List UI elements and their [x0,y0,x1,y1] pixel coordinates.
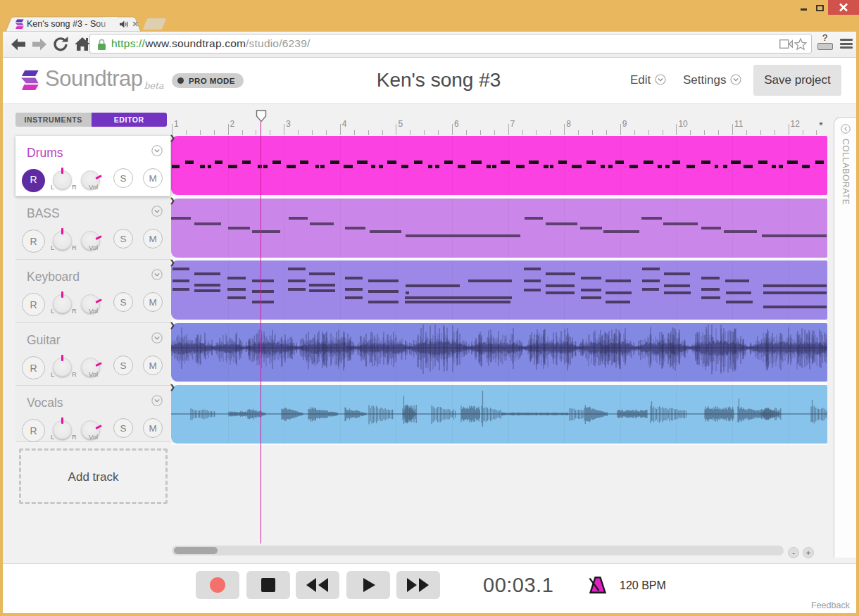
midi-note[interactable] [405,296,512,299]
midi-note[interactable] [379,165,383,168]
midi-note[interactable] [723,165,727,168]
region-handle-icon[interactable]: ❯ [170,259,175,266]
midi-note[interactable] [550,165,554,168]
track-options-chevron-icon[interactable] [151,145,163,156]
midi-note[interactable] [664,291,691,294]
midi-note[interactable] [580,227,602,230]
midi-note[interactable] [524,279,541,282]
settings-menu[interactable]: Settings [683,73,741,87]
midi-note[interactable] [516,165,525,168]
midi-note[interactable] [315,165,320,168]
midi-note[interactable] [629,165,637,168]
midi-note[interactable] [272,161,281,164]
browser-tab[interactable]: Ken's song #3 - Sou ✕ [6,16,142,32]
midi-note[interactable] [287,165,296,168]
midi-note[interactable] [726,291,751,294]
rewind-button[interactable] [296,571,339,599]
midi-note[interactable] [310,222,334,225]
midi-note[interactable] [642,279,660,282]
record-arm-button[interactable]: R [22,169,45,192]
song-title[interactable]: Ken's song #3 [268,69,610,92]
midi-note[interactable] [406,284,460,287]
midi-note[interactable] [701,277,720,279]
add-track-button[interactable]: Add track [19,448,168,504]
midi-note[interactable] [581,296,601,299]
midi-note[interactable] [173,268,189,270]
track-header-keyboard[interactable]: KeyboardRLRVolSM [15,260,170,323]
track-header-vocals[interactable]: VocalsRLRVolSM [15,386,170,442]
midi-note[interactable] [309,284,335,287]
midi-note[interactable] [263,165,268,168]
midi-note[interactable] [762,234,827,237]
record-arm-button[interactable]: R [22,356,45,379]
midi-note[interactable] [603,230,639,233]
midi-note[interactable] [802,165,810,168]
track-header-drums[interactable]: DrumsRLRVolSM [15,136,170,196]
track-options-chevron-icon[interactable] [151,395,163,406]
midi-note[interactable] [368,290,399,293]
midi-note[interactable] [345,296,363,299]
midi-note[interactable] [763,284,827,287]
midi-note[interactable] [581,289,601,291]
midi-note[interactable] [487,165,491,168]
midi-note[interactable] [345,288,363,291]
midi-note[interactable] [414,161,423,164]
midi-note[interactable] [525,217,543,220]
solo-button[interactable]: S [113,356,133,375]
midi-note[interactable] [606,279,631,282]
browser-titlebar[interactable]: Ken's song #3 - Sou ✕ [0,0,859,32]
midi-note[interactable] [371,165,375,168]
midi-note[interactable] [606,301,630,303]
edit-menu[interactable]: Edit [630,73,666,87]
midi-note[interactable] [227,296,246,299]
timeline-area[interactable]: 123456789101112 * ❯❯❯❯❯ - + [171,104,830,613]
save-project-button[interactable]: Save project [753,65,841,96]
midi-note[interactable] [357,161,368,164]
region-keyboard[interactable] [171,260,827,320]
feedback-link[interactable]: Feedback [811,601,850,610]
back-button-icon[interactable] [11,38,26,51]
tab-close-icon[interactable]: ✕ [131,20,139,28]
midi-note[interactable] [368,301,399,303]
midi-note[interactable] [228,165,237,168]
midi-note[interactable] [731,161,741,164]
midi-note[interactable] [724,230,757,233]
minimize-button[interactable] [801,8,807,11]
region-vocals[interactable] [171,385,827,444]
timeline-ruler[interactable]: 123456789101112 [171,104,830,136]
tab-editor[interactable]: EDITOR [92,113,168,127]
track-options-chevron-icon[interactable] [151,332,163,344]
region-handle-icon[interactable]: ❯ [170,134,175,142]
midi-note[interactable] [173,288,189,291]
midi-note[interactable] [458,165,465,168]
midi-note[interactable] [558,161,567,164]
midi-note[interactable] [672,161,681,164]
midi-note[interactable] [300,161,308,164]
horizontal-scrollbar[interactable] [172,546,784,555]
region-handle-icon[interactable]: ❯ [170,322,175,329]
home-button-icon[interactable] [75,37,90,51]
solo-button[interactable]: S [113,292,133,312]
midi-note[interactable] [406,234,520,237]
midi-note[interactable] [208,165,212,168]
midi-note[interactable] [546,291,575,294]
fast-forward-button[interactable] [396,571,440,599]
midi-note[interactable] [772,165,776,168]
midi-note[interactable] [664,272,690,275]
midi-note[interactable] [330,161,340,164]
midi-note[interactable] [309,272,335,275]
midi-note[interactable] [701,296,720,299]
midi-note[interactable] [227,288,246,291]
midi-note[interactable] [686,165,696,168]
midi-note[interactable] [215,161,223,164]
midi-note[interactable] [524,268,541,270]
camera-icon[interactable] [779,39,793,49]
midi-note[interactable] [546,272,575,275]
region-bass[interactable] [171,199,827,258]
midi-note[interactable] [368,279,399,282]
midi-note[interactable] [572,165,582,168]
midi-note[interactable] [763,291,827,294]
midi-note[interactable] [428,165,432,168]
midi-note[interactable] [252,230,280,233]
metronome-icon[interactable] [589,576,607,593]
